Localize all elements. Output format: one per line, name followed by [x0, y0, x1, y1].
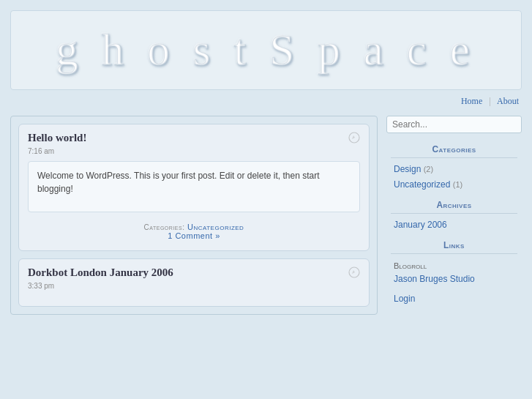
link-jason-bruges[interactable]: Jason Bruges Studio	[394, 274, 475, 284]
comments-link[interactable]: 1 Comment »	[168, 231, 220, 240]
nav-about-link[interactable]: About	[497, 96, 519, 106]
sidebar-archives-section: Archives January 2006	[386, 195, 522, 234]
post-body: Welcome to WordPress. This is your first…	[28, 161, 360, 212]
archive-jan2006-link[interactable]: January 2006	[394, 220, 447, 230]
login-link[interactable]: Login	[394, 294, 415, 304]
category-design-link[interactable]: Design	[394, 164, 421, 174]
main-container: Hello world! 7:16 am Welcome to WordPres…	[10, 116, 522, 315]
categories-divider	[391, 157, 517, 158]
sidebar-links-section: Links Blogroll Jason Bruges Studio	[386, 235, 522, 288]
archives-heading: Archives	[386, 195, 522, 213]
category-uncategorized-link[interactable]: Uncategorized	[394, 179, 450, 190]
post-card: Dorkbot London January 2006 3:33 pm	[18, 258, 370, 307]
nav-separator: |	[489, 96, 490, 106]
edit-icon[interactable]	[348, 132, 360, 143]
archives-divider	[391, 213, 517, 214]
site-title: g h o s t S p a c e	[33, 24, 499, 76]
edit-icon[interactable]	[348, 266, 360, 278]
post-footer: Categories: Uncategorized 1 Comment »	[28, 223, 360, 240]
sidebar-item: Uncategorized (1)	[386, 178, 522, 193]
categories-heading: Categories	[386, 139, 522, 157]
post-card: Hello world! 7:16 am Welcome to WordPres…	[18, 124, 370, 251]
post-header: Dorkbot London January 2006	[28, 266, 360, 279]
sidebar-item: Design (2)	[386, 163, 522, 178]
post-title: Dorkbot London January 2006	[28, 266, 173, 279]
sidebar-item: January 2006	[386, 218, 522, 234]
content-area: Hello world! 7:16 am Welcome to WordPres…	[10, 116, 378, 315]
post-title: Hello world!	[28, 132, 86, 144]
sidebar-search-container	[386, 116, 522, 133]
sidebar-login: Login	[386, 289, 522, 308]
blogroll-label: Blogroll	[386, 258, 522, 272]
sidebar: Categories Design (2) Uncategorized (1) …	[386, 116, 522, 315]
sidebar-categories-section: Categories Design (2) Uncategorized (1)	[386, 139, 522, 193]
category-uncategorized-count: (1)	[453, 180, 462, 189]
links-heading: Links	[386, 235, 522, 253]
search-input[interactable]	[386, 116, 522, 133]
post-time: 7:16 am	[28, 147, 360, 155]
category-design-count: (2)	[424, 165, 433, 174]
post-time: 3:33 pm	[28, 282, 360, 290]
navbar: Home | About	[0, 90, 532, 113]
nav-home-link[interactable]: Home	[461, 96, 482, 106]
sidebar-item: Jason Bruges Studio	[386, 272, 522, 288]
post-header: Hello world!	[28, 132, 360, 144]
categories-label: Categories:	[144, 223, 185, 231]
site-header: g h o s t S p a c e	[10, 10, 522, 90]
links-divider	[391, 253, 517, 254]
category-link[interactable]: Uncategorized	[187, 223, 244, 231]
